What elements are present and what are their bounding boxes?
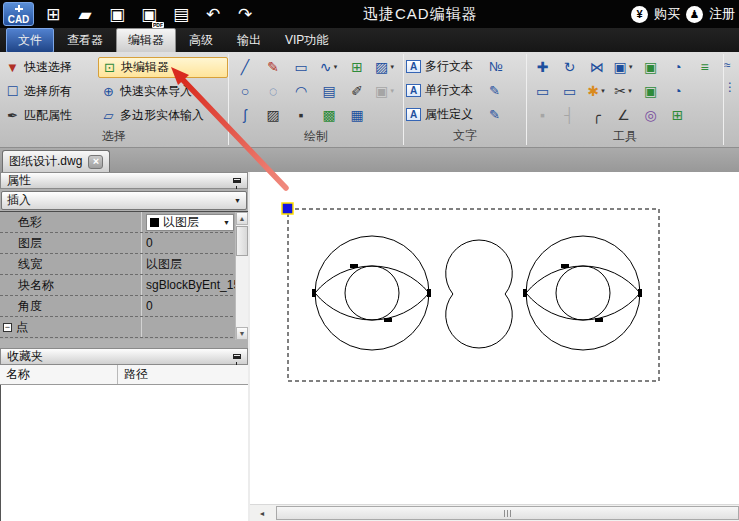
buy-icon: ¥ [631,6,648,23]
paste-tool[interactable]: ▤ [322,84,335,98]
rectangle-tool[interactable]: ▭ [294,60,307,74]
ellipse-tool[interactable]: ◌ [269,84,277,98]
donut-tool[interactable]: ◎ [644,108,656,122]
scroll-thumb[interactable] [236,226,248,256]
align-tool[interactable]: ≡ [700,60,708,74]
tab-close-button[interactable]: × [88,155,103,169]
menu-editor[interactable]: 编辑器 [116,28,176,53]
scroll-down-button[interactable]: ▼ [236,327,248,340]
right-eye-inner-circle[interactable] [556,266,610,320]
blockname-value[interactable]: sgBlockByEnt_1598 [142,275,248,295]
property-grid-scrollbar[interactable]: ▲ ▼ [235,212,248,340]
spline-tool[interactable]: ʃ [243,108,246,122]
quick-select-button[interactable]: ▼快速选择 [2,58,98,77]
fillet-tool[interactable]: ╭ [592,108,600,122]
pin-icon[interactable] [233,178,241,183]
group-label-select: 选择 [2,127,226,148]
buy-button[interactable]: 购买 [654,5,680,23]
favorites-column-path[interactable]: 路径 [118,365,248,384]
polygon-entity-button[interactable]: ▱多边形实体输入 [98,106,228,125]
save-button[interactable]: ▣ [104,4,130,25]
document-tab[interactable]: 图纸设计.dwg × [2,150,110,172]
ribbon-group-text: A多行文本 № A单行文本 ✎ A属性定义 ✎ 文字 [404,52,526,147]
angle-value[interactable]: 0 [142,296,248,316]
layer-value[interactable]: 0 [142,233,248,253]
circle-tool[interactable]: ○ [241,84,249,98]
stext-button[interactable]: A单行文本 [406,82,473,99]
color-dropdown[interactable]: 以图层 ▼ [146,214,234,231]
table-tool[interactable]: ▦ [350,108,363,122]
arc-tool[interactable]: ◠ [295,84,307,98]
selection-rect[interactable] [288,209,659,381]
clock2-tool[interactable]: ◔ [673,84,681,98]
mtext-button[interactable]: A多行文本 [406,58,473,75]
open-file-button[interactable]: ▰ [72,4,98,25]
pen-tool[interactable]: ✐ [351,84,363,98]
peanut-shape[interactable] [446,240,513,348]
block-editor-icon: ⊡ [102,61,117,74]
freehand-tool[interactable]: ✎ [267,60,279,74]
pin-icon[interactable] [233,354,241,359]
favorites-list[interactable] [0,385,248,521]
menu-viewer[interactable]: 查看器 [56,29,114,52]
gray1-tool[interactable]: ▪ [540,108,545,122]
left-eye-inner-circle[interactable] [345,266,399,320]
right-eye-lens[interactable] [526,266,640,320]
redo-button[interactable]: ↷ [232,4,258,25]
region-tool[interactable]: ▣▼ [375,84,395,98]
insert-block-tool[interactable]: ⊞ [351,60,363,74]
numbering-button[interactable]: № [489,60,503,73]
trim-tool[interactable]: ✂▼ [614,84,633,98]
attr-edit-button[interactable]: ✎ [489,108,500,121]
collapse-expander-icon[interactable]: − [3,323,12,332]
quick-entity-import-button[interactable]: ⊕快速实体导入 [98,82,228,101]
new-file-button[interactable]: ⊞ [40,4,66,25]
touch-tool[interactable]: ✱▼ [587,84,606,98]
copy2-tool[interactable]: ▣ [644,84,657,98]
window1-tool[interactable]: ▭ [536,84,549,98]
copy-clock-tool[interactable]: ◔ [673,60,681,74]
menu-file[interactable]: 文件 [6,28,54,53]
favorites-column-name[interactable]: 名称 [0,365,118,384]
register-button[interactable]: 注册 [709,5,735,23]
left-eye-lens[interactable] [315,266,429,320]
match-properties-button[interactable]: ✒匹配属性 [2,106,98,125]
mirror-tool[interactable]: ⋈ [590,60,604,74]
entity-type-dropdown[interactable]: 插入 ▼ [1,191,247,210]
selection-grip[interactable] [282,203,293,214]
drawing-svg [250,172,737,504]
print-button[interactable]: ▤ [168,4,194,25]
window2-tool[interactable]: ▭ [563,84,576,98]
save-pdf-button[interactable]: ▣PDF [136,4,162,25]
left-eye-outer-circle[interactable] [315,236,429,350]
line-tool[interactable]: ╱ [241,60,249,74]
copy-tool[interactable]: ▣ [644,60,657,74]
horizontal-scroll-thumb[interactable] [276,506,739,520]
block-add-tool[interactable]: ⊞ [672,108,684,122]
hatch-tool[interactable]: ▨ [266,108,279,122]
chamfer-tool[interactable]: ∠ [617,108,630,122]
hatch-region-tool[interactable]: ▨▼ [375,60,395,74]
right-eye-outer-circle[interactable] [526,236,640,350]
block-editor-button[interactable]: ⊡块编辑器 [98,57,228,78]
image-tool[interactable]: ▩ [322,108,335,122]
drawing-canvas[interactable]: ◄ [250,172,739,521]
move-tool[interactable]: ✚ [537,60,549,74]
polyline-tool[interactable]: ∿▼ [320,60,339,74]
rotate-tool[interactable]: ↻ [564,60,576,74]
text-edit-button[interactable]: ✎ [489,84,500,97]
select-all-button[interactable]: ☐选择所有 [2,82,98,101]
lineweight-value[interactable]: 以图层 [142,254,248,274]
scroll-up-button[interactable]: ▲ [236,212,248,225]
horizontal-scrollbar[interactable]: ◄ [250,504,739,521]
gray2-tool[interactable]: ┤ [565,108,575,122]
menu-advanced[interactable]: 高级 [178,29,224,52]
menu-vip[interactable]: VIP功能 [274,29,339,52]
menu-output[interactable]: 输出 [226,29,272,52]
chevron-down-icon: ▼ [223,219,230,226]
attr-def-button[interactable]: A属性定义 [406,106,473,123]
scroll-left-button[interactable]: ◄ [254,507,270,520]
point-tool[interactable]: ▪ [299,108,304,122]
undo-button[interactable]: ↶ [200,4,226,25]
select-box-tool[interactable]: ▣▼ [613,60,633,74]
